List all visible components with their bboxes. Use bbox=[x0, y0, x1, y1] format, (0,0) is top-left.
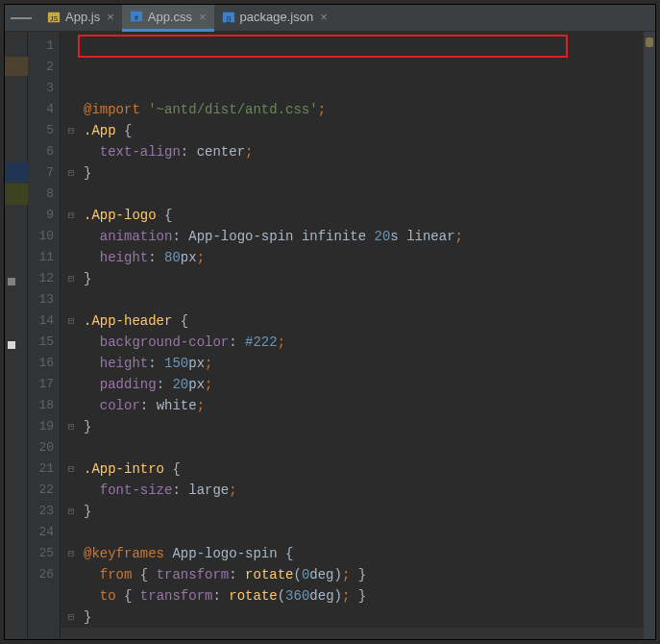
code-line[interactable]: font-size: large; bbox=[61, 480, 644, 501]
code-text[interactable]: text-align: center; bbox=[82, 141, 644, 162]
line-number[interactable]: 8 bbox=[28, 184, 54, 205]
token-white bbox=[366, 229, 374, 244]
change-marker bbox=[5, 184, 28, 205]
code-line[interactable] bbox=[61, 437, 644, 458]
close-icon[interactable]: × bbox=[197, 10, 207, 24]
line-number[interactable]: 22 bbox=[28, 480, 54, 501]
code-text[interactable]: from { transform: rotate(0deg); } bbox=[82, 564, 644, 585]
token-val: infinite bbox=[302, 229, 366, 244]
code-editor[interactable]: 1234567891011121314151617181920212223242… bbox=[5, 32, 655, 639]
close-icon[interactable]: × bbox=[105, 10, 114, 24]
color-swatch-icon[interactable] bbox=[8, 341, 15, 349]
editor-tab[interactable]: {}package.json× bbox=[214, 5, 335, 30]
line-number[interactable]: 11 bbox=[28, 247, 54, 268]
line-number[interactable]: 20 bbox=[28, 437, 54, 458]
fold-toggle-icon[interactable]: ⊟ bbox=[61, 607, 82, 628]
code-line[interactable]: @import '~antd/dist/antd.css'; bbox=[61, 99, 644, 120]
line-number[interactable]: 2 bbox=[28, 57, 54, 78]
code-line[interactable] bbox=[61, 522, 644, 543]
code-line[interactable]: height: 150px; bbox=[61, 353, 644, 374]
line-number[interactable]: 14 bbox=[28, 310, 54, 332]
line-number[interactable]: 7 bbox=[28, 162, 54, 184]
fold-toggle-icon[interactable]: ⊟ bbox=[61, 416, 82, 437]
close-icon[interactable]: × bbox=[318, 10, 328, 24]
code-text[interactable]: background-color: #222; bbox=[82, 332, 644, 353]
line-number[interactable]: 21 bbox=[28, 458, 54, 480]
code-line[interactable]: ⊟.App { bbox=[61, 120, 644, 141]
toolbar-collapse-icon[interactable] bbox=[11, 17, 32, 19]
code-line[interactable]: ⊟} bbox=[61, 416, 644, 437]
fold-toggle-icon[interactable]: ⊟ bbox=[61, 162, 82, 184]
fold-toggle-icon[interactable]: ⊟ bbox=[61, 543, 82, 564]
code-text[interactable]: } bbox=[82, 501, 644, 522]
code-text[interactable]: font-size: large; bbox=[82, 480, 644, 501]
line-number[interactable]: 19 bbox=[28, 416, 54, 437]
code-line[interactable]: color: white; bbox=[61, 395, 644, 416]
token-val: deg bbox=[309, 588, 333, 604]
code-line[interactable]: ⊟} bbox=[61, 162, 644, 184]
code-line[interactable]: ⊟} bbox=[61, 268, 644, 289]
code-text[interactable]: } bbox=[82, 607, 644, 628]
code-text[interactable]: @keyframes App-logo-spin { bbox=[82, 543, 644, 564]
code-line[interactable]: from { transform: rotate(0deg); } bbox=[61, 564, 644, 585]
code-text[interactable]: height: 80px; bbox=[82, 247, 644, 268]
code-line[interactable] bbox=[61, 289, 644, 310]
code-line[interactable]: ⊟} bbox=[61, 607, 644, 628]
code-text[interactable]: .App-intro { bbox=[82, 458, 644, 480]
editor-tab[interactable]: #App.css× bbox=[122, 5, 214, 32]
fold-toggle-icon[interactable]: ⊟ bbox=[61, 310, 82, 332]
code-line[interactable]: ⊟.App-header { bbox=[61, 310, 644, 332]
code-line[interactable]: ⊟.App-logo { bbox=[61, 205, 644, 226]
code-line[interactable]: padding: 20px; bbox=[61, 374, 644, 395]
line-number[interactable]: 25 bbox=[28, 543, 54, 564]
code-line[interactable]: ⊟@keyframes App-logo-spin { bbox=[61, 543, 644, 564]
code-text[interactable]: color: white; bbox=[82, 395, 644, 416]
line-number[interactable]: 3 bbox=[28, 78, 54, 99]
line-number[interactable]: 1 bbox=[28, 36, 54, 57]
line-number-gutter[interactable]: 1234567891011121314151617181920212223242… bbox=[28, 32, 61, 639]
line-number[interactable]: 6 bbox=[28, 141, 54, 162]
line-number[interactable]: 15 bbox=[28, 332, 54, 353]
code-line[interactable]: animation: App-logo-spin infinite 20s li… bbox=[61, 226, 644, 247]
code-text[interactable]: @import '~antd/dist/antd.css'; bbox=[82, 99, 644, 120]
line-number[interactable]: 24 bbox=[28, 522, 54, 543]
code-area[interactable]: @import '~antd/dist/antd.css';⊟.App { te… bbox=[61, 32, 644, 639]
code-line[interactable]: to { transform: rotate(360deg); } bbox=[61, 585, 644, 607]
code-line[interactable]: ⊟} bbox=[61, 501, 644, 522]
code-text[interactable]: padding: 20px; bbox=[82, 374, 644, 395]
color-swatch-icon[interactable] bbox=[8, 278, 15, 285]
code-text[interactable]: .App { bbox=[82, 120, 644, 141]
line-number[interactable]: 13 bbox=[28, 289, 54, 310]
fold-toggle-icon[interactable]: ⊟ bbox=[61, 458, 82, 480]
code-text[interactable]: } bbox=[82, 268, 644, 289]
code-line[interactable] bbox=[61, 184, 644, 205]
code-line[interactable] bbox=[61, 628, 644, 639]
code-text[interactable]: } bbox=[82, 416, 644, 437]
code-text[interactable]: height: 150px; bbox=[82, 353, 644, 374]
code-text[interactable]: .App-logo { bbox=[82, 205, 644, 226]
editor-tab[interactable]: JSApp.js× bbox=[39, 5, 122, 30]
line-number[interactable]: 23 bbox=[28, 501, 54, 522]
code-text[interactable]: animation: App-logo-spin infinite 20s li… bbox=[82, 226, 644, 247]
code-text[interactable]: to { transform: rotate(360deg); } bbox=[82, 585, 644, 607]
line-number[interactable]: 5 bbox=[28, 120, 54, 141]
line-number[interactable]: 26 bbox=[28, 564, 54, 585]
fold-toggle-icon[interactable]: ⊟ bbox=[61, 501, 82, 522]
code-text[interactable]: } bbox=[82, 162, 644, 184]
line-number[interactable]: 17 bbox=[28, 374, 54, 395]
code-line[interactable]: height: 80px; bbox=[61, 247, 644, 268]
vertical-scrollbar[interactable] bbox=[644, 32, 655, 639]
line-number[interactable]: 10 bbox=[28, 226, 54, 247]
fold-toggle-icon[interactable]: ⊟ bbox=[61, 205, 82, 226]
line-number[interactable]: 16 bbox=[28, 353, 54, 374]
code-line[interactable]: background-color: #222; bbox=[61, 332, 644, 353]
line-number[interactable]: 12 bbox=[28, 268, 54, 289]
line-number[interactable]: 4 bbox=[28, 99, 54, 120]
fold-toggle-icon[interactable]: ⊟ bbox=[61, 268, 82, 289]
code-line[interactable]: ⊟.App-intro { bbox=[61, 458, 644, 480]
code-line[interactable]: text-align: center; bbox=[61, 141, 644, 162]
code-text[interactable]: .App-header { bbox=[82, 310, 644, 332]
line-number[interactable]: 18 bbox=[28, 395, 54, 416]
fold-toggle-icon[interactable]: ⊟ bbox=[61, 120, 82, 141]
line-number[interactable]: 9 bbox=[28, 205, 54, 226]
